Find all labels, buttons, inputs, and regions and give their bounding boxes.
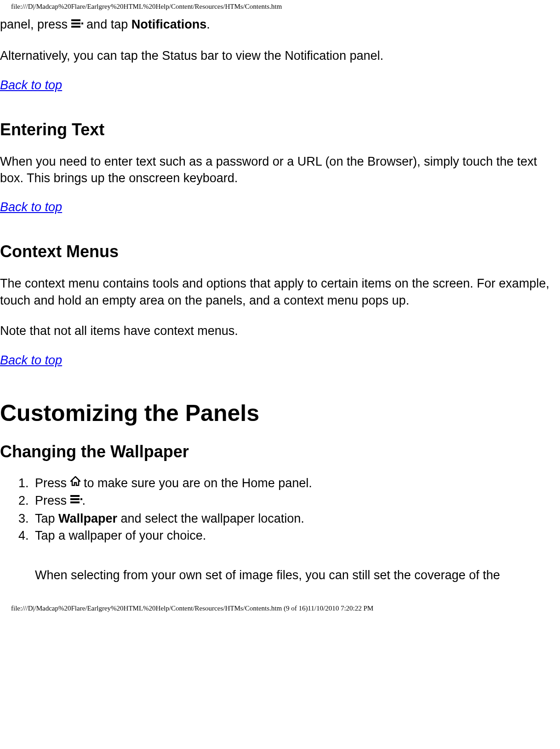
paragraph-status-bar: Alternatively, you can tap the Status ba… <box>0 47 560 64</box>
back-to-top-wrap: Back to top <box>0 78 560 92</box>
header-path: file:///D|/Madcap%20Flare/Earlgrey%20HTM… <box>0 0 560 13</box>
footer-path: file:///D|/Madcap%20Flare/Earlgrey%20HTM… <box>0 602 560 615</box>
svg-rect-5 <box>70 498 80 500</box>
heading-context-menus: Context Menus <box>0 242 560 261</box>
step-3: Tap Wallpaper and select the wallpaper l… <box>32 511 560 527</box>
paragraph-context-menus-2: Note that not all items have context men… <box>0 323 560 339</box>
svg-rect-2 <box>71 26 80 28</box>
back-to-top-wrap: Back to top <box>0 353 560 368</box>
paragraph-entering-text: When you need to enter text such as a pa… <box>0 153 560 187</box>
svg-rect-6 <box>70 501 80 503</box>
text: . <box>206 17 210 31</box>
heading-changing-wallpaper: Changing the Wallpaper <box>0 442 560 461</box>
svg-rect-4 <box>70 495 80 497</box>
back-to-top-link[interactable]: Back to top <box>0 353 62 367</box>
back-to-top-link[interactable]: Back to top <box>0 200 62 214</box>
bold-wallpaper: Wallpaper <box>58 512 117 525</box>
svg-rect-3 <box>81 23 83 24</box>
paragraph-context-menus-1: The context menu contains tools and opti… <box>0 275 560 309</box>
text: to make sure you are on the Home panel. <box>80 476 312 490</box>
menu-icon <box>71 16 83 33</box>
text: Press <box>35 494 70 507</box>
text: Tap <box>35 512 58 525</box>
paragraph-notifications: panel, press and tap Notifications. <box>0 16 560 34</box>
svg-rect-7 <box>80 498 82 500</box>
bold-notifications: Notifications <box>131 17 207 31</box>
menu-icon <box>70 492 82 508</box>
text: panel, press <box>0 17 71 31</box>
svg-rect-1 <box>71 23 80 24</box>
step-1: Press to make sure you are on the Home p… <box>32 475 560 492</box>
wallpaper-note: When selecting from your own set of imag… <box>35 567 560 583</box>
wallpaper-steps-list: Press to make sure you are on the Home p… <box>0 475 560 544</box>
heading-entering-text: Entering Text <box>0 120 560 139</box>
svg-rect-0 <box>71 19 80 21</box>
text: Press <box>35 476 70 490</box>
document-content: panel, press and tap Notifications. Alte… <box>0 13 560 583</box>
step-4: Tap a wallpaper of your choice. <box>32 528 560 544</box>
text: and tap <box>83 17 131 31</box>
step-2: Press . <box>32 493 560 509</box>
home-icon <box>70 474 80 490</box>
back-to-top-wrap: Back to top <box>0 200 560 214</box>
back-to-top-link[interactable]: Back to top <box>0 78 62 92</box>
heading-customizing-panels: Customizing the Panels <box>0 400 560 426</box>
text: and select the wallpaper location. <box>117 512 304 525</box>
text: . <box>82 494 86 507</box>
